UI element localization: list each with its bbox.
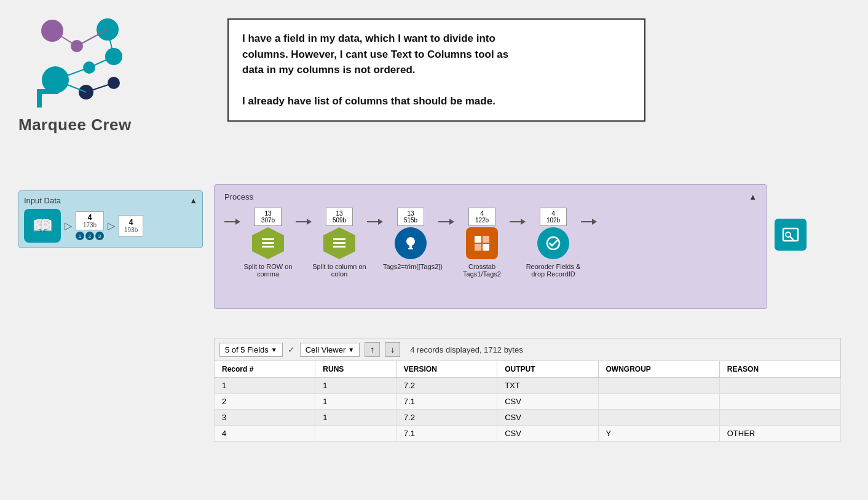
process-container: Process ▲ 13307b Split to ROW on comma 1… (214, 184, 767, 309)
cell-version: 7.1 (396, 394, 497, 410)
info-line3: data in my columns is not ordered. (242, 64, 416, 76)
icon-n1 (252, 227, 284, 259)
icon-n3 (395, 227, 427, 259)
table-row: 47.1CSVYOTHER (215, 426, 841, 442)
info-line1: I have a field in my data, which I want … (242, 33, 495, 44)
label-n1: Split to ROW on comma (240, 263, 296, 278)
svg-rect-25 (483, 236, 489, 243)
cell-owngroup (598, 378, 719, 394)
badge-n4: 4122b (468, 208, 495, 226)
nav-up-button[interactable]: ↑ (365, 342, 380, 357)
logo-text: Marquee Crew (18, 115, 154, 135)
label-n5: Reoroder Fields & drop RecordID (526, 263, 581, 278)
icon-n4 (466, 227, 498, 259)
label-n3: Tags2=trim([Tags2]) (383, 263, 438, 270)
badge-group-1: 4 173b 1 2 3 (76, 211, 104, 240)
table-row: 317.2CSV (215, 410, 841, 426)
cell-viewer-dropdown[interactable]: Cell Viewer ▼ (300, 343, 360, 357)
svg-line-31 (790, 236, 793, 240)
data-viewer: 5 of 5 Fields ▼ ✓ Cell Viewer ▼ ↑ ↓ 4 re… (214, 338, 841, 442)
process-flow: 13307b Split to ROW on comma 13509b Spli… (224, 208, 757, 278)
check-icon: ✓ (288, 345, 295, 354)
connector-2-3 (367, 208, 383, 225)
cell-output: CSV (497, 410, 598, 426)
book-icon: 📖 (24, 209, 61, 243)
cell-runs (315, 426, 396, 442)
logo-area: Marquee Crew (18, 12, 154, 135)
col-header-record: Record # (215, 361, 315, 378)
icon-n5 (537, 227, 569, 259)
cell-version: 7.2 (396, 410, 497, 426)
info-line4: I already have list of columns that shou… (242, 95, 495, 107)
flow-node-3: 13515b Tags2=trim([Tags2]) (383, 208, 438, 270)
cell-reason (719, 394, 840, 410)
label-n4: Crosstab Tags1/Tags2 (454, 263, 510, 278)
cell-record: 3 (215, 410, 315, 426)
info-line2: columns. However, I cant use Text to Col… (242, 49, 508, 60)
connector-1-2 (296, 208, 312, 225)
cell-owngroup (598, 410, 719, 426)
process-title: Process ▲ (224, 192, 757, 201)
cell-owngroup: Y (598, 426, 719, 442)
fields-label: 5 of 5 Fields (225, 345, 269, 354)
col-header-reason: REASON (719, 361, 840, 378)
svg-rect-22 (333, 246, 345, 248)
col-header-version: VERSION (396, 361, 497, 378)
records-info: 4 records displayed, 1712 bytes (410, 345, 523, 354)
badge-n1: 13307b (254, 208, 282, 226)
badge-circle-1: 1 (76, 232, 84, 240)
flow-node-1: 13307b Split to ROW on comma (240, 208, 296, 278)
cell-owngroup (598, 394, 719, 410)
connector-4-5 (510, 208, 526, 225)
svg-rect-24 (475, 236, 481, 243)
browse-output-icon (775, 219, 807, 251)
badge-n3: 13515b (397, 208, 424, 226)
nav-down-button[interactable]: ↓ (385, 342, 400, 357)
svg-rect-26 (475, 244, 481, 251)
svg-rect-21 (333, 242, 345, 244)
viewer-label: Cell Viewer (306, 345, 346, 354)
cell-runs: 1 (315, 378, 396, 394)
viewer-dropdown-arrow: ▼ (348, 346, 354, 353)
svg-rect-18 (262, 242, 274, 244)
badge-n5: 4102b (540, 208, 567, 226)
connector-arrow-1: ▷ (65, 220, 72, 232)
connector-in (224, 208, 240, 225)
fields-dropdown-arrow: ▼ (271, 346, 277, 353)
table-header-row: Record # RUNS VERSION OUTPUT OWNGROUP RE… (215, 361, 841, 378)
flow-node-5: 4102b Reoroder Fields & drop RecordID (526, 208, 581, 278)
label-n2: Split to column on colon (312, 263, 367, 278)
input-data-title: Input Data ▲ (24, 196, 197, 205)
svg-rect-19 (262, 246, 274, 248)
svg-rect-16 (37, 89, 58, 94)
col-header-owngroup: OWNGROUP (598, 361, 719, 378)
svg-rect-27 (483, 244, 489, 251)
badge-circle-2: 2 (85, 232, 94, 240)
flow-node-4: 4122b Crosstab Tags1/Tags2 (454, 208, 510, 278)
viewer-toolbar: 5 of 5 Fields ▼ ✓ Cell Viewer ▼ ↑ ↓ 4 re… (214, 338, 841, 361)
cell-record: 1 (215, 378, 315, 394)
svg-rect-17 (262, 238, 274, 240)
badge-circle-3: 3 (95, 232, 104, 240)
cell-version: 7.1 (396, 426, 497, 442)
cell-runs: 1 (315, 410, 396, 426)
cell-output: CSV (497, 426, 598, 442)
fields-dropdown[interactable]: 5 of 5 Fields ▼ (219, 343, 283, 357)
cell-reason (719, 410, 840, 426)
cell-record: 2 (215, 394, 315, 410)
cell-output: TXT (497, 378, 598, 394)
data-table: Record # RUNS VERSION OUTPUT OWNGROUP RE… (214, 361, 841, 442)
svg-rect-23 (408, 248, 413, 249)
cell-output: CSV (497, 394, 598, 410)
connector-out (581, 208, 597, 225)
flow-node-2: 13509b Split to column on colon (312, 208, 367, 278)
connector-arrow-2: ▷ (108, 220, 115, 232)
input-data-container: Input Data ▲ 📖 ▷ 4 173b 1 2 3 ▷ 4 193b (18, 190, 203, 248)
badge-group-2: 4 193b (119, 215, 143, 236)
cell-version: 7.2 (396, 378, 497, 394)
connector-3-4 (438, 208, 454, 225)
logo-icon (18, 12, 129, 111)
cell-runs: 1 (315, 394, 396, 410)
cell-reason: OTHER (719, 426, 840, 442)
svg-rect-20 (333, 238, 345, 240)
